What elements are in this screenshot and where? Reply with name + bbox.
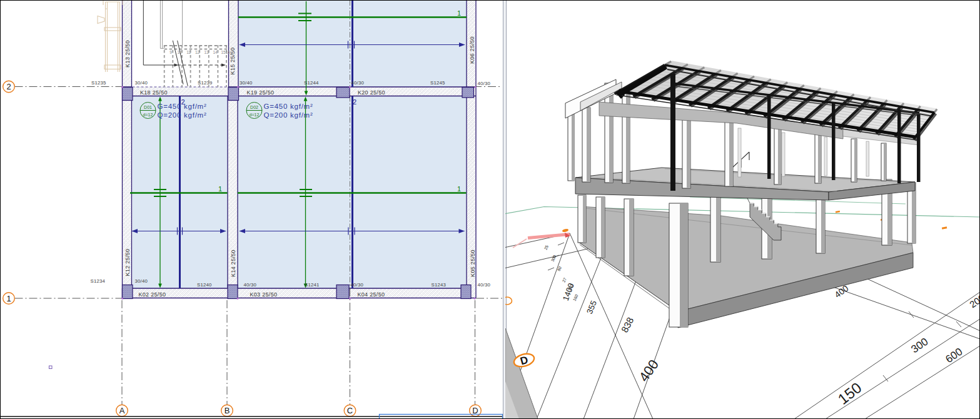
- svg-text:160: 160: [572, 293, 579, 301]
- svg-text:355: 355: [585, 299, 599, 315]
- svg-text:D: D: [472, 406, 478, 415]
- svg-text:838: 838: [619, 315, 636, 334]
- svg-text:150: 150: [834, 379, 864, 408]
- svg-text:K19 25/50: K19 25/50: [247, 89, 275, 96]
- svg-text:G=450 kgf/m²: G=450 kgf/m²: [264, 103, 313, 110]
- svg-text:40/30: 40/30: [351, 80, 365, 86]
- svg-text:S1235: S1235: [91, 80, 106, 86]
- svg-text:30/40: 30/40: [135, 278, 148, 284]
- svg-text:D01: D01: [144, 105, 152, 109]
- svg-text:13: 13: [204, 50, 209, 54]
- svg-text:1: 1: [457, 9, 461, 17]
- svg-text:600: 600: [943, 345, 964, 365]
- svg-text:80: 80: [557, 266, 563, 272]
- svg-text:11: 11: [186, 50, 191, 54]
- svg-text:S1241: S1241: [305, 282, 320, 288]
- svg-text:Q=200 kgf/m²: Q=200 kgf/m²: [264, 111, 313, 119]
- svg-text:16: 16: [225, 50, 230, 54]
- svg-text:d=12: d=12: [250, 113, 260, 117]
- svg-text:S1245: S1245: [430, 80, 445, 86]
- svg-text:K02 25/50: K02 25/50: [139, 291, 166, 298]
- svg-text:400: 400: [636, 356, 662, 384]
- svg-text:1: 1: [218, 185, 222, 193]
- svg-text:9: 9: [169, 50, 172, 54]
- svg-text:S1234: S1234: [91, 278, 106, 284]
- svg-text:S1243: S1243: [432, 282, 447, 288]
- svg-text:K03 25/50: K03 25/50: [250, 291, 278, 298]
- svg-text:K15 25/50: K15 25/50: [230, 48, 236, 75]
- svg-text:25: 25: [543, 245, 550, 251]
- svg-text:S1244: S1244: [304, 80, 319, 86]
- svg-text:14: 14: [213, 50, 218, 54]
- svg-text:200: 200: [967, 292, 980, 310]
- svg-text:K20 25/50: K20 25/50: [358, 89, 385, 96]
- svg-text:A: A: [119, 406, 125, 415]
- svg-text:D02: D02: [250, 105, 258, 109]
- svg-text:d=12: d=12: [143, 113, 153, 117]
- svg-text:B: B: [225, 406, 230, 415]
- svg-text:30/40: 30/40: [240, 80, 253, 86]
- svg-text:1: 1: [6, 294, 11, 303]
- svg-text:K14 25/50: K14 25/50: [230, 250, 236, 277]
- svg-text:12: 12: [195, 50, 200, 54]
- svg-text:S1240: S1240: [197, 282, 212, 288]
- svg-text:K05 25/50: K05 25/50: [470, 250, 476, 277]
- svg-text:C: C: [347, 406, 353, 415]
- svg-text:1: 1: [457, 185, 461, 193]
- svg-text:G=450 kgf/m²: G=450 kgf/m²: [158, 103, 207, 110]
- svg-text:K12 25/50: K12 25/50: [124, 249, 131, 276]
- svg-text:30/40: 30/40: [135, 80, 148, 86]
- svg-text:K18 25/50: K18 25/50: [140, 89, 168, 96]
- svg-text:40/30: 40/30: [244, 282, 257, 288]
- svg-text:40/30: 40/30: [478, 282, 491, 288]
- svg-text:40/30: 40/30: [478, 81, 491, 86]
- svg-text:300: 300: [550, 254, 557, 262]
- svg-text:K04 25/50: K04 25/50: [358, 291, 385, 298]
- svg-text:K13 25/50: K13 25/50: [124, 40, 131, 68]
- svg-text:2: 2: [353, 98, 356, 106]
- svg-text:2: 2: [6, 82, 11, 91]
- svg-text:Q=200 kgf/m²: Q=200 kgf/m²: [158, 111, 207, 119]
- svg-text:40/30: 40/30: [351, 282, 364, 288]
- svg-text:K06 25/50: K06 25/50: [469, 36, 475, 64]
